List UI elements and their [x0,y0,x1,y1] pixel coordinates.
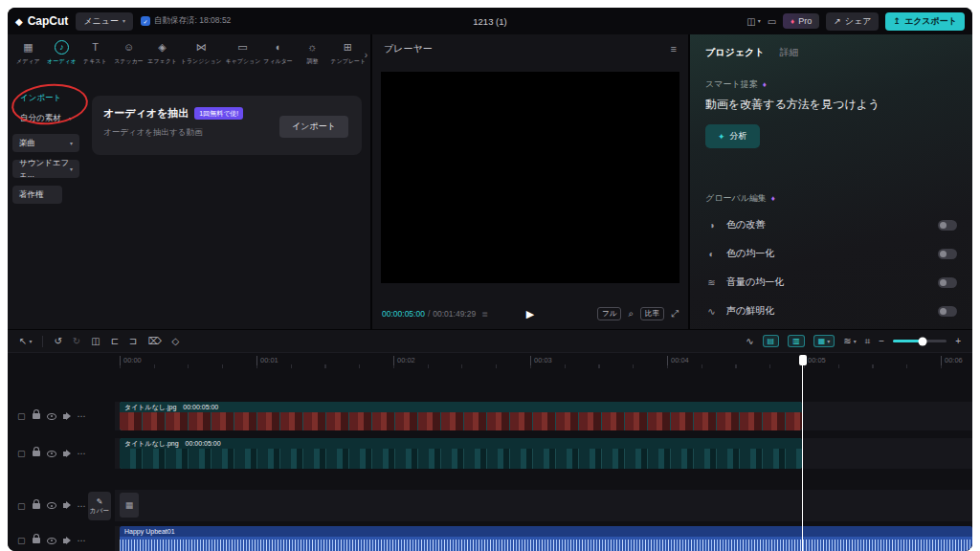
player-menu-icon[interactable]: ≡ [671,43,677,55]
tab-text[interactable]: Tテキスト [78,40,112,66]
visibility-icon[interactable] [47,451,56,457]
menu-button[interactable]: メニュー ▾ [76,12,133,31]
playhead[interactable] [802,355,803,551]
lock-icon[interactable] [33,451,40,456]
fullscreen-button[interactable]: ⤢ [671,308,679,320]
sparkle-icon: ✦ [718,132,725,142]
zoom-in-button[interactable]: + [955,337,961,346]
mute-icon[interactable] [63,414,66,419]
play-button[interactable]: ▶ [526,308,534,320]
adjust-icon: ≋ [843,337,851,346]
timeline-ruler[interactable]: 00:00 00:01 00:02 00:03 00:04 00:05 00:0… [8,353,972,368]
sidebar-item-music[interactable]: 楽曲 ▾ [12,134,79,152]
sidebar-item-soundfx[interactable]: サウンドエフェ... ▾ [12,160,79,178]
track-preset-b-button[interactable]: ▥ [788,335,805,348]
select-tool-button[interactable]: ↖ ▾ [19,337,32,346]
global-row-color-improve[interactable]: ◑ 色の改善 [690,210,972,239]
shortcut-button[interactable]: ⌗ [865,337,871,346]
ratio-button[interactable]: 比率 [640,307,664,320]
track-type-icon[interactable]: ▢ [17,449,26,458]
lock-icon[interactable] [33,538,40,543]
global-row-voice-clarity[interactable]: ∿ 声の鮮明化 [690,297,972,325]
sidebar-item-my-assets[interactable]: 自分の素材 ▾ [12,111,79,126]
layout-icon: ◫ [746,16,755,27]
export-button[interactable]: ↥ エクスポート [885,12,965,31]
global-row-color-match[interactable]: ◐ 色の均一化 [690,239,972,268]
toggle-switch[interactable] [938,277,957,288]
color-improve-icon: ◑ [705,220,718,231]
tabs-expand-icon[interactable]: › [365,50,368,60]
toggle-switch[interactable] [938,249,957,259]
undo-button[interactable]: ↺ [54,337,61,346]
audio-meter-button[interactable]: ∿ [746,337,753,346]
sidebar-item-import[interactable]: インポート [12,90,79,107]
card-title: オーディオを抽出 [103,106,189,121]
toggle-switch[interactable] [938,220,957,231]
pro-badge[interactable]: ♦ Pro [783,13,819,29]
cover-button[interactable]: ✎ カバー [88,492,111,520]
more-icon[interactable]: ⋯ [78,411,86,421]
sidebar-item-copyright[interactable]: 著作権 [12,186,62,204]
analyze-button[interactable]: ✦ 分析 [705,124,760,148]
tab-filter[interactable]: ◐フィルター [262,40,296,66]
pro-gem-icon: ♦ [771,194,775,203]
global-row-volume-normalize[interactable]: ≋ 音量の均一化 [690,268,972,297]
tab-adjust[interactable]: ☼調整 [296,40,329,66]
clip-audio[interactable]: Happy Upbeat01 [120,526,972,551]
more-icon[interactable]: ⋯ [78,536,86,545]
zoom-view-button[interactable]: ⌕ [628,308,634,320]
pencil-icon: ✎ [97,497,103,506]
visibility-icon[interactable] [47,413,56,420]
more-icon[interactable]: ⋯ [78,501,86,511]
zoom-out-button[interactable]: − [879,337,884,346]
zoom-slider[interactable] [893,340,947,342]
chevron-down-icon: ▾ [70,166,73,172]
track-preset-c-button[interactable]: ▦ ▾ [813,335,835,348]
full-preview-button[interactable]: フル [597,307,621,320]
clip-video1[interactable]: タイトルなし.jpg 00:00:05:00 [120,402,802,430]
ruler-tick: 00:00 [120,356,142,365]
global-label: グローバル編集 [705,192,767,205]
clip-video2[interactable]: タイトルなし.png 00:00:05:00 [120,438,802,469]
card-import-button[interactable]: インポート [279,116,348,138]
mute-icon[interactable] [63,452,66,456]
panel-layout-button[interactable]: ▭ [768,16,776,27]
clip-main-track[interactable]: ▦ [120,493,139,518]
redo-button[interactable]: ↻ [73,337,80,346]
visibility-icon[interactable] [47,502,56,509]
playhead-handle[interactable] [799,355,807,365]
delete-button[interactable]: ⌦ [147,337,161,346]
track-height-button[interactable]: ≋ ▾ [843,337,856,346]
tab-media[interactable]: ▦メディア [11,40,45,66]
zoom-slider-knob[interactable] [918,337,926,345]
toggle-switch[interactable] [938,306,957,317]
tab-label: エフェクト [147,57,177,65]
mask-button[interactable]: ◇ [172,337,180,346]
track-type-icon[interactable]: ▢ [17,536,26,545]
tab-project[interactable]: プロジェクト [705,46,764,59]
preset-b-icon: ▥ [792,337,800,346]
visibility-icon[interactable] [47,538,56,544]
lock-icon[interactable] [33,413,40,419]
extract-audio-card: オーディオを抽出 1回無料で使! オーディオを抽出する動画 インポート [92,96,362,155]
tab-transition[interactable]: ⋈トランジション [179,40,224,66]
tab-audio[interactable]: ♪オーディオ [45,40,78,66]
video-viewport[interactable] [381,72,679,283]
more-icon[interactable]: ⋯ [78,449,86,458]
track-preset-a-button[interactable]: ▤ [763,335,780,348]
tab-template[interactable]: ⊞テンプレート [329,40,368,66]
tab-effects[interactable]: ◈エフェクト [145,40,179,66]
tab-detail[interactable]: 詳細 [779,46,798,59]
split-button[interactable]: ◫ [91,337,100,346]
mute-icon[interactable] [63,539,66,543]
mute-icon[interactable] [63,503,66,508]
share-button[interactable]: ↗ シェア [826,12,879,31]
trim-left-button[interactable]: ⊏ [111,337,119,346]
preview-layout-button[interactable]: ◫ ▾ [746,16,760,27]
tab-caption[interactable]: ▭キャプション [224,40,262,66]
track-type-icon[interactable]: ▢ [17,411,26,421]
tab-sticker[interactable]: ☺ステッカー [112,40,145,66]
trim-right-button[interactable]: ⊐ [129,337,137,346]
lock-icon[interactable] [33,503,40,509]
track-type-icon[interactable]: ▢ [17,501,26,511]
